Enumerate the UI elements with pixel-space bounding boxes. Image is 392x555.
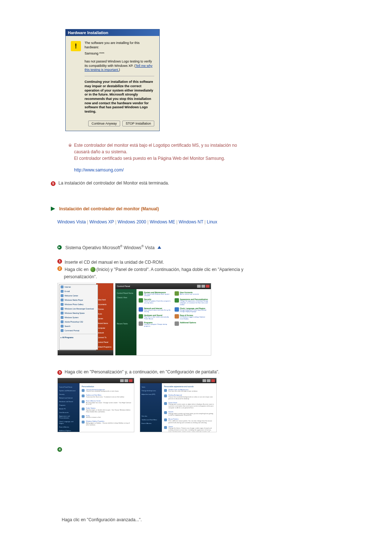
step-5-line: 5 La instalación del controlador del Mon… (51, 181, 341, 186)
link-vista[interactable]: Windows Vista (57, 219, 86, 224)
section-arrow-icon (51, 207, 55, 211)
dialog-title: Hardware Installation (66, 29, 159, 36)
note-section: ※ Este controlador del monitor está bajo… (68, 142, 341, 173)
maximize-icon (207, 379, 211, 382)
final-instruction: Haga clic en "Configuración avanzada..."… (62, 517, 341, 522)
start-menu-item: Windows Photo Gallery (59, 302, 98, 307)
warning-icon: ! (71, 41, 81, 51)
cp-category: Hardware and SoundPlay CDs or other medi… (139, 314, 173, 320)
start-menu-panel: InternetE-mailWelcome CenterWindows Medi… (59, 284, 98, 350)
cp-category: System and MaintenanceGet started with W… (139, 291, 173, 297)
step-4-marker: 4 (57, 447, 341, 452)
start-menu-item: Windows Meeting Space (59, 311, 98, 315)
note-line2: El controlador certificado será puesto e… (74, 156, 225, 161)
start-menu-item: Windows System (59, 315, 98, 320)
minimize-icon (203, 379, 206, 382)
step-2-continuation: personalización". (64, 274, 341, 280)
step-5-text: La instalación del controlador del Monit… (58, 181, 169, 186)
start-menu-item: Search (59, 324, 98, 328)
start-menu-item: Internet (59, 285, 98, 289)
start-menu-item: Windows Media Player (59, 298, 98, 302)
dialog-warning-text: Continuing your installation of this sof… (85, 80, 154, 114)
step-3-text: Haga clic en "Personalización" y, a cont… (65, 369, 219, 374)
p1-sidebar: Control Panel HomeSystem and Maintenance… (58, 383, 79, 432)
start-orb-icon (90, 267, 95, 272)
p2-window-title (140, 378, 216, 383)
p2-content: Personalize appearance and sounds Window… (162, 383, 216, 432)
up-triangle-icon (158, 246, 161, 249)
minimize-icon (197, 285, 201, 288)
step-1-text: Inserte el CD del manual en la unidad de… (65, 259, 164, 266)
taskbar (58, 350, 113, 355)
start-sidebar: video hardDocumentsPicturesMusicGamesRec… (96, 283, 113, 350)
dialog-body: ! The software you are installing for th… (66, 36, 159, 131)
link-xp[interactable]: Windows XP (89, 219, 114, 224)
continue-anyway-button[interactable]: Continue Anyway (88, 121, 120, 126)
cp-sidebar: Control Panel HomeClassic ViewRecent Tas… (115, 289, 136, 355)
start-menu-item: Command Prompt (59, 328, 98, 333)
note-line1a: Este controlador del monitor está bajo e… (74, 143, 237, 148)
step-1-number: 1 (57, 259, 62, 264)
start-menu-item: E-mail (59, 289, 98, 293)
minimize-icon (120, 379, 124, 382)
os-links: Windows Vista | Windows XP | Windows 200… (57, 219, 341, 224)
bullet-arrow-icon (57, 245, 62, 250)
p1-window-title (58, 378, 134, 383)
maximize-icon (201, 285, 205, 288)
link-linux[interactable]: Linux (207, 219, 217, 224)
close-icon (129, 379, 132, 382)
cp-category: User AccountsAdd or remove user accounts (175, 291, 209, 297)
start-menu-item: Adobe Photoshop CS2 (59, 320, 98, 324)
step-4-number: 4 (57, 447, 62, 452)
screenshot-row-1: video hardDocumentsPicturesMusicGamesRec… (57, 283, 341, 356)
steps-list: 1 Inserte el CD del manual en la unidad … (57, 259, 341, 280)
personalization-detail-screenshot: TasksChange desktop iconsAdjust font siz… (140, 378, 217, 432)
cp-category: Ease of AccessLet Windows suggest settin… (175, 314, 209, 320)
step-3-number: 3 (57, 370, 62, 375)
hardware-installation-dialog: Hardware Installation ! The software you… (65, 29, 160, 131)
start-menu-item: Windows Live Messenger Download (59, 307, 98, 311)
cp-category: Clock, Language, and RegionChange keyboa… (175, 307, 209, 313)
link-me[interactable]: Windows ME (150, 219, 175, 224)
samsung-link[interactable]: http://www.samsung.com/ (74, 167, 124, 173)
cp-window-title: Control Panel (115, 283, 211, 289)
p1-content: Personalization Change desktop backgroun… (79, 383, 134, 432)
cp-content: System and MaintenanceGet started with W… (136, 289, 211, 355)
control-panel-screenshot: Control Panel Control Panel HomeClassic … (115, 283, 211, 356)
p2-sidebar: TasksChange desktop iconsAdjust font siz… (140, 383, 162, 432)
cp-category: ProgramsUninstall a program Change start… (139, 321, 173, 327)
close-icon (206, 285, 209, 288)
cp-category: Appearance and PersonalizationChange the… (175, 298, 209, 305)
link-2000[interactable]: Windows 2000 (118, 219, 146, 224)
step-3-line: 3 Haga clic en "Personalización" y, a co… (57, 369, 341, 375)
cp-category: SecurityCheck for updates Check this com… (139, 298, 173, 305)
dialog-not-passed-line: has not passed Windows Logo testing to v… (85, 60, 154, 72)
personalization-list-screenshot: Control Panel HomeSystem and Maintenance… (57, 378, 134, 432)
step-2-number: 2 (57, 266, 62, 271)
note-mark: ※ (68, 142, 72, 173)
system-vista-line: Sistema Operativo Microsoft® Windows® Vi… (57, 244, 341, 250)
dialog-divider (85, 76, 154, 76)
cp-category: Additional Options (175, 321, 209, 327)
dialog-intro: The software you are installing for this… (85, 41, 154, 49)
maximize-icon (124, 379, 128, 382)
stop-installation-button[interactable]: STOP Installation (122, 121, 154, 126)
step-5-number: 5 (51, 181, 56, 186)
dialog-device: Samsung **** (85, 52, 154, 56)
manual-install-section-title: Instalación del controlador del monitor … (51, 206, 341, 211)
cp-category: Network and InternetView network status … (139, 307, 173, 313)
start-menu-screenshot: video hardDocumentsPicturesMusicGamesRec… (57, 283, 114, 356)
screenshot-row-2: Control Panel HomeSystem and Maintenance… (57, 378, 341, 432)
note-line1b: causará daño a su sistema. (74, 149, 127, 154)
close-icon (211, 379, 215, 382)
start-menu-item: Welcome Center (59, 293, 98, 298)
link-nt[interactable]: Windows NT (179, 219, 203, 224)
